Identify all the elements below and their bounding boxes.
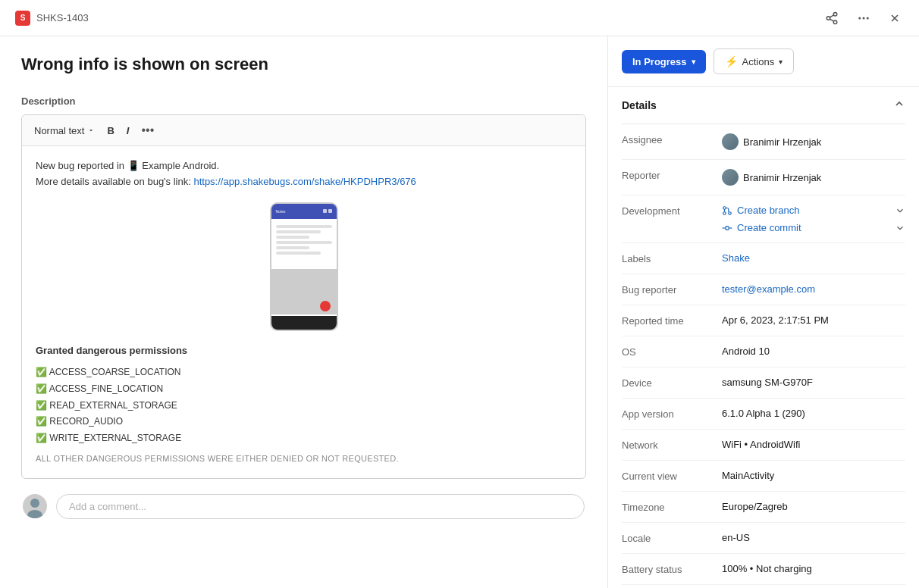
top-bar-right	[822, 8, 904, 28]
svg-point-11	[27, 510, 42, 518]
reported-time-value: Apr 6, 2023, 2:17:51 PM	[722, 314, 905, 326]
details-title: Details	[622, 99, 657, 111]
editor-container: Normal text B I ••• New bug reported in …	[21, 114, 586, 479]
main-content: Wrong info is shown on screen Descriptio…	[0, 36, 919, 588]
bug-link[interactable]: https://app.shakebugs.com/shake/HKPDHPR3…	[193, 176, 416, 187]
labels-row: Labels Shake	[622, 243, 905, 274]
svg-point-6	[863, 17, 865, 19]
svg-point-10	[30, 499, 39, 508]
svg-point-2	[833, 20, 837, 24]
battery-status-value: 100% • Not charging	[722, 563, 905, 574]
current-view-value: MainActivity	[722, 470, 905, 481]
permissions-list: ✅ ACCESS_COARSE_LOCATION ✅ ACCESS_FINE_L…	[36, 364, 572, 446]
create-commit-chevron	[895, 223, 905, 233]
label-shake[interactable]: Shake	[722, 252, 750, 264]
os-label: OS	[622, 346, 713, 358]
reporter-label: Reporter	[622, 169, 713, 181]
more-formatting-button[interactable]: •••	[136, 121, 158, 139]
italic-button[interactable]: I	[122, 123, 134, 139]
details-header: Details	[622, 87, 905, 124]
current-view-row: Current view MainActivity	[622, 461, 905, 492]
actions-button[interactable]: ⚡ Actions ▾	[714, 48, 795, 74]
timezone-value: Europe/Zagreb	[722, 501, 905, 512]
timezone-row: Timezone Europe/Zagreb	[622, 492, 905, 523]
labels-value: Shake	[722, 252, 905, 264]
locale-row: Locale en-US	[622, 523, 905, 554]
comment-input[interactable]: Add a comment...	[56, 494, 585, 519]
device-value: samsung SM-G970F	[722, 377, 905, 388]
device-label: Device	[622, 377, 713, 389]
screenshot-container: Notes	[36, 202, 572, 331]
description-label: Description	[21, 95, 586, 107]
app-version-row: App version 6.1.0 Alpha 1 (290)	[622, 399, 905, 430]
permissions-denied-text: ALL OTHER DANGEROUS PERMISSIONS WERE EIT…	[36, 452, 572, 466]
permission-item: ✅ ACCESS_COARSE_LOCATION	[36, 364, 572, 381]
text-format-select[interactable]: Normal text	[30, 123, 99, 139]
battery-status-label: Battery status	[622, 563, 713, 575]
details-section: Details Assignee Branimir Hrzenjak Repor…	[608, 87, 919, 585]
in-progress-dropdown-arrow: ▾	[692, 58, 695, 66]
reporter-value: Branimir Hrzenjak	[722, 169, 905, 186]
shake-logo: S	[15, 11, 30, 26]
create-branch-chevron	[895, 205, 905, 216]
assignee-row: Assignee Branimir Hrzenjak	[622, 124, 905, 160]
svg-point-14	[729, 211, 732, 214]
share-button[interactable]	[822, 8, 842, 28]
development-row: Development Create branch Create commit	[622, 195, 905, 243]
actions-dropdown-arrow: ▾	[779, 58, 783, 66]
svg-point-12	[723, 206, 726, 209]
svg-point-15	[726, 226, 729, 230]
svg-point-7	[867, 17, 869, 19]
permissions-section: Granted dangerous permissions ✅ ACCESS_C…	[36, 343, 572, 466]
battery-status-row: Battery status 100% • Not charging	[622, 554, 905, 585]
details-collapse-button[interactable]	[893, 98, 905, 113]
development-value: Create branch Create commit	[722, 205, 905, 233]
timezone-label: Timezone	[622, 501, 713, 513]
top-bar-left: S SHKS-1403	[15, 11, 89, 26]
permissions-title: Granted dangerous permissions	[36, 343, 572, 359]
permission-item: ✅ ACCESS_FINE_LOCATION	[36, 381, 572, 398]
create-commit-link[interactable]: Create commit	[722, 222, 801, 233]
development-label: Development	[622, 205, 713, 217]
editor-toolbar: Normal text B I •••	[22, 115, 585, 146]
svg-point-0	[833, 12, 837, 16]
comment-avatar	[23, 494, 47, 518]
create-branch-link[interactable]: Create branch	[722, 205, 799, 216]
bug-reporter-email[interactable]: tester@example.com	[722, 283, 815, 295]
bold-button[interactable]: B	[102, 123, 118, 139]
assignee-label: Assignee	[622, 133, 713, 145]
create-branch-label: Create branch	[737, 205, 799, 216]
issue-title: Wrong info is shown on screen	[21, 55, 586, 74]
right-panel: In Progress ▾ ⚡ Actions ▾ Details Assign…	[608, 36, 919, 588]
network-label: Network	[622, 439, 713, 451]
svg-point-5	[858, 17, 861, 19]
reporter-avatar	[722, 169, 739, 186]
svg-line-4	[830, 14, 833, 17]
device-row: Device samsung SM-G970F	[622, 368, 905, 399]
create-branch-row: Create branch	[722, 205, 905, 216]
top-bar: S SHKS-1403	[0, 0, 919, 36]
reporter-row: Reporter Branimir Hrzenjak	[622, 160, 905, 195]
right-top-bar: In Progress ▾ ⚡ Actions ▾	[608, 36, 919, 87]
locale-value: en-US	[722, 532, 905, 543]
screenshot-frame: Notes	[270, 202, 338, 331]
bug-reporter-label: Bug reporter	[622, 283, 713, 296]
permission-item: ✅ RECORD_AUDIO	[36, 414, 572, 430]
description-line2: More details available on bug's link: ht…	[36, 174, 572, 190]
close-button[interactable]	[886, 9, 904, 27]
svg-point-13	[723, 211, 726, 214]
labels-label: Labels	[622, 252, 713, 264]
text-format-label: Normal text	[34, 125, 84, 136]
assignee-avatar	[722, 133, 739, 150]
os-row: OS Android 10	[622, 336, 905, 368]
current-view-label: Current view	[622, 470, 713, 482]
create-commit-label: Create commit	[737, 222, 801, 233]
reported-time-row: Reported time Apr 6, 2023, 2:17:51 PM	[622, 305, 905, 336]
os-value: Android 10	[722, 346, 905, 357]
editor-body[interactable]: New bug reported in 📱 Example Android. M…	[22, 146, 585, 478]
more-options-button[interactable]	[854, 8, 874, 28]
in-progress-button[interactable]: In Progress ▾	[622, 50, 706, 74]
bug-reporter-value: tester@example.com	[722, 283, 905, 295]
issue-id: SHKS-1403	[36, 12, 89, 23]
in-progress-label: In Progress	[632, 56, 687, 67]
